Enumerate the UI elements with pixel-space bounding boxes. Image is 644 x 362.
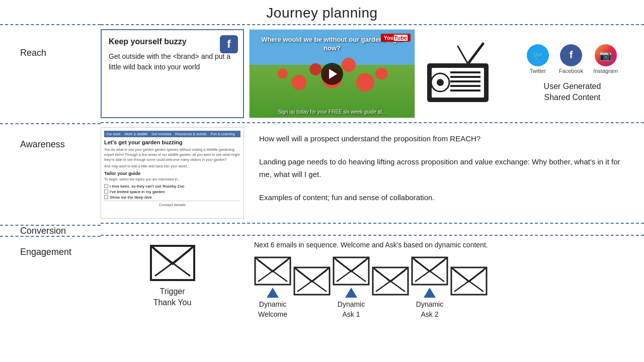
sidebar-row-engagement: Engagement <box>0 237 101 337</box>
yt-bottom-text: Sign up today for your FREE six week gui… <box>250 109 415 115</box>
twitter-label: Twitter <box>530 68 546 74</box>
engagement-section: Trigger Thank You Next 6 emails in seque… <box>101 236 644 336</box>
reach-section: Keep yourself buzzy f Get outside with t… <box>101 25 644 122</box>
trigger-area: Trigger Thank You <box>101 240 244 309</box>
svg-rect-5 <box>450 85 480 87</box>
lp-nav-wildlife: Work & wildlife <box>124 132 147 136</box>
fb-card-title: Keep yourself buzzy <box>109 37 236 46</box>
email-label-1: Dynamic Welcome <box>258 300 287 319</box>
checkbox-icon-3[interactable] <box>104 195 108 199</box>
engagement-label: Engagement <box>20 247 71 257</box>
email-envelope-1 <box>254 256 291 286</box>
conversion-label: Conversion <box>20 226 66 236</box>
trigger-label1: Trigger <box>159 287 185 296</box>
email-envelope-2 <box>293 266 331 296</box>
lp-check-label3: Show me the deep dive <box>110 195 152 200</box>
sidebar-row-conversion: Conversion <box>0 226 101 236</box>
svg-rect-2 <box>450 71 480 73</box>
conversion-row <box>101 224 644 235</box>
email-item-5: Dynamic Ask 2 <box>411 256 448 319</box>
email-envelope-6 <box>450 266 488 296</box>
lp-tailor-desc: To begin, select the topics you are inte… <box>104 177 240 182</box>
radio-icon <box>423 41 493 107</box>
lp-body2: And may want to add a little wild back i… <box>104 164 240 169</box>
radio-icon-container <box>420 29 496 118</box>
youtube-logo: YouTube <box>381 34 411 42</box>
content-area: Keep yourself buzzy f Get outside with t… <box>101 24 644 362</box>
email-item-3: Dynamic Ask 1 <box>333 256 370 319</box>
instagram-item: 📷 Instagram <box>593 44 618 74</box>
svg-rect-4 <box>450 80 480 82</box>
main-container: Reach Awareness Conversion Engagement Ke… <box>0 24 644 362</box>
awareness-line2: Landing page needs to do heaving lifting… <box>259 155 634 181</box>
yt-thumbnail: Where would we be without our gardens ri… <box>250 30 415 118</box>
arrow-up-3 <box>345 288 357 298</box>
twitter-icon: 🐦 <box>527 44 549 66</box>
lp-check-label2: I've limited space in my garden <box>110 190 165 194</box>
awareness-text: How well will a prospect understand the … <box>249 127 644 219</box>
email-envelope-3 <box>333 256 370 286</box>
awareness-section: Our work Work & wildlife Get involved Re… <box>101 123 644 223</box>
yt-you: You <box>384 35 394 41</box>
trigger-label2: Thank You <box>153 298 192 307</box>
yt-tube: Tube <box>394 35 408 41</box>
lp-nav-ourwork: Our work <box>106 132 120 136</box>
sidebar-row-awareness: Awareness <box>0 124 101 225</box>
lp-checkbox3: Show me the deep dive <box>104 195 240 200</box>
email-envelope-4 <box>372 266 409 296</box>
svg-line-10 <box>458 46 468 64</box>
instagram-label: Instagram <box>593 68 618 74</box>
arrow-up-1 <box>267 288 279 298</box>
email-row: Dynamic Welcome placeholder <box>249 256 639 319</box>
twitter-item: 🐦 Twitter <box>527 44 549 74</box>
yt-play-button[interactable] <box>321 63 343 85</box>
svg-line-9 <box>468 44 483 64</box>
sidebar: Reach Awareness Conversion Engagement <box>0 24 101 362</box>
instagram-icon: 📷 <box>595 44 617 66</box>
lp-nav-fun: Fun & Learning <box>211 132 235 136</box>
lp-nav: Our work Work & wildlife Get involved Re… <box>104 131 240 137</box>
email-label-5: Dynamic Ask 2 <box>416 300 443 319</box>
trigger-label: Trigger Thank You <box>153 286 192 309</box>
checkbox-icon-2[interactable] <box>104 190 108 194</box>
social-icons-row: 🐦 Twitter f Facebook 📷 Instagram <box>527 44 618 74</box>
sequence-description: Next 6 emails in sequence. Welcome and A… <box>249 240 639 250</box>
svg-rect-3 <box>450 76 480 78</box>
awareness-label: Awareness <box>20 139 65 150</box>
lp-body1: You do what to see your garden garden sp… <box>104 147 240 162</box>
email-item-2: placeholder <box>293 266 331 320</box>
email-item-1: Dynamic Welcome <box>254 256 291 319</box>
ugc-text: User Generated Shared Content <box>544 81 601 104</box>
fb-card-body: Get outside with the <brand> and put a l… <box>109 51 236 72</box>
facebook-social-icon: f <box>560 44 582 66</box>
awareness-line1: How well will a prospect understand the … <box>259 132 634 145</box>
reach-label: Reach <box>20 48 46 58</box>
page-title: Journey planning <box>0 0 644 24</box>
email-item-4: placeholder <box>372 266 409 320</box>
email-label-3: Dynamic Ask 1 <box>338 300 365 319</box>
sidebar-row-reach: Reach <box>0 25 101 123</box>
trigger-envelope-icon <box>150 245 195 281</box>
youtube-video-card: Where would we be without our gardens ri… <box>249 29 415 118</box>
ugc-line2: Shared Content <box>544 93 600 102</box>
lp-nav-involved: Get involved <box>151 132 171 136</box>
email-item-6: placeholder <box>450 266 488 320</box>
lp-title: Let's get your garden buzzing <box>104 139 240 145</box>
facebook-item: f Facebook <box>559 44 583 74</box>
svg-rect-6 <box>450 89 480 92</box>
email-sequence-area: Next 6 emails in sequence. Welcome and A… <box>244 240 644 319</box>
lp-checkbox1: I love bees, so they can't use Roseby Zo… <box>104 184 240 189</box>
lp-contact: Contact details <box>104 201 240 207</box>
ugc-line1: User Generated <box>544 82 601 90</box>
lp-checkbox2: I've limited space in my garden <box>104 190 240 194</box>
lp-check-label1: I love bees, so they can't use Roseby Zo… <box>110 184 184 189</box>
svg-point-8 <box>437 79 444 86</box>
social-ugc-area: 🐦 Twitter f Facebook 📷 Instagram User Ge… <box>501 29 644 118</box>
checkbox-icon[interactable] <box>104 184 108 188</box>
facebook-label: Facebook <box>559 68 583 74</box>
email-envelope-5 <box>411 256 448 286</box>
lp-section-heading: Tailor your guide <box>104 171 240 176</box>
landing-page-mockup: Our work Work & wildlife Get involved Re… <box>101 127 244 219</box>
facebook-post-card: Keep yourself buzzy f Get outside with t… <box>101 29 244 118</box>
facebook-icon: f <box>220 35 238 53</box>
